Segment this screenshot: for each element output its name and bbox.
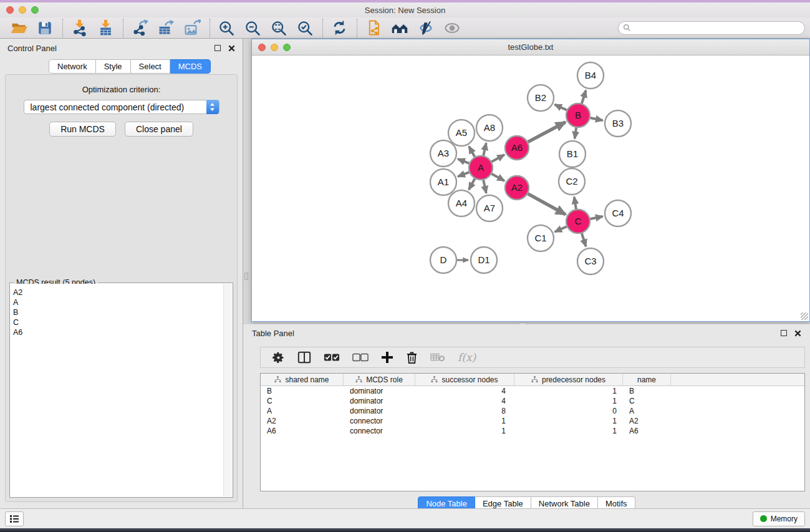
import-network-icon[interactable]: [69, 19, 89, 37]
criterion-select[interactable]: largest connected component (directed): [24, 100, 219, 114]
table-cell[interactable]: 4: [415, 397, 514, 405]
close-table-panel-icon[interactable]: [794, 330, 801, 337]
column-header-mcds-role[interactable]: MCDS role: [344, 374, 415, 385]
float-table-panel-icon[interactable]: [781, 330, 787, 336]
table-row[interactable]: Cdominator41C: [261, 396, 804, 406]
add-column-icon[interactable]: [381, 350, 393, 365]
table-cell[interactable]: B: [261, 387, 344, 395]
graph-node-C[interactable]: C: [566, 210, 590, 233]
graph-edge-A-A3[interactable]: [458, 159, 469, 163]
float-panel-icon[interactable]: [215, 45, 221, 51]
table-cell[interactable]: connector: [344, 427, 415, 435]
graph-edge-A6-B[interactable]: [528, 122, 566, 142]
zoom-fit-icon[interactable]: [269, 19, 289, 37]
table-cell[interactable]: A: [261, 407, 344, 415]
graph-edge-C-C3[interactable]: [582, 233, 586, 246]
run-mcds-button[interactable]: Run MCDS: [49, 122, 116, 137]
network-window-titlebar[interactable]: testGlobe.txt: [252, 39, 809, 56]
column-header-shared-name[interactable]: shared name: [261, 374, 344, 385]
graph-node-B[interactable]: B: [566, 104, 590, 127]
table-cell[interactable]: A6: [623, 427, 671, 435]
export-table-icon[interactable]: [156, 19, 176, 37]
open-session-icon[interactable]: [9, 19, 29, 37]
graph-node-A8[interactable]: A8: [476, 115, 503, 141]
table-cell[interactable]: 1: [514, 427, 623, 435]
tab-style[interactable]: Style: [96, 59, 131, 74]
table-row[interactable]: A6connector11A6: [261, 426, 804, 436]
column-header-predecessor-nodes[interactable]: predecessor nodes: [514, 374, 623, 385]
graph-edge-A-A8[interactable]: [483, 143, 486, 155]
memory-button[interactable]: Memory: [753, 511, 805, 526]
graph-node-D[interactable]: D: [430, 247, 456, 273]
hide-graphics-details-icon[interactable]: [416, 19, 436, 37]
table-cell[interactable]: C: [623, 397, 671, 405]
table-cell[interactable]: 8: [415, 407, 514, 415]
export-image-icon[interactable]: [182, 19, 202, 37]
graph-node-A1[interactable]: A1: [430, 169, 456, 195]
mcds-result-item[interactable]: A2: [11, 288, 223, 297]
import-table-icon[interactable]: [95, 19, 115, 37]
graph-edge-B-B4[interactable]: [582, 90, 586, 104]
graph-node-B4[interactable]: B4: [577, 62, 604, 89]
graph-node-B1[interactable]: B1: [559, 141, 586, 167]
table-cell[interactable]: A2: [261, 417, 344, 425]
graph-node-A7[interactable]: A7: [476, 195, 503, 221]
table-cell[interactable]: connector: [344, 417, 415, 425]
graph-node-A6[interactable]: A6: [505, 136, 529, 160]
table-cell[interactable]: 1: [415, 417, 514, 425]
graph-edge-C-C2[interactable]: [574, 197, 576, 210]
home-network-icon[interactable]: [390, 19, 410, 37]
graph-edge-B-B2[interactable]: [555, 105, 567, 110]
zoom-out-icon[interactable]: [243, 19, 263, 37]
table-cell[interactable]: 4: [415, 387, 514, 395]
table-cell[interactable]: dominator: [344, 407, 415, 415]
graph-edge-A-A6[interactable]: [492, 155, 504, 162]
graph-node-A4[interactable]: A4: [448, 190, 475, 216]
table-cell[interactable]: 0: [514, 407, 623, 415]
save-session-icon[interactable]: [35, 19, 55, 37]
export-network-icon[interactable]: [130, 19, 150, 37]
close-panel-button[interactable]: Close panel: [125, 122, 193, 137]
graph-edge-C-C1[interactable]: [555, 226, 567, 232]
table-cell[interactable]: 1: [415, 427, 514, 435]
graph-node-C3[interactable]: C3: [577, 248, 604, 274]
toggle-panes-icon[interactable]: [297, 350, 311, 365]
table-row[interactable]: Bdominator41B: [261, 386, 804, 396]
select-all-icon[interactable]: [324, 350, 340, 365]
mcds-result-item[interactable]: C: [11, 317, 223, 327]
graph-edge-A-A4[interactable]: [469, 179, 475, 190]
table-cell[interactable]: B: [623, 387, 671, 395]
mcds-result-item[interactable]: B: [11, 307, 223, 317]
graph-node-A3[interactable]: A3: [430, 140, 456, 167]
graph-edge-A2-C[interactable]: [528, 194, 566, 215]
graph-node-C1[interactable]: C1: [528, 225, 554, 251]
graph-node-A[interactable]: A: [469, 156, 493, 180]
table-row[interactable]: A2connector11A2: [261, 416, 804, 426]
graph-node-D1[interactable]: D1: [471, 247, 497, 273]
graph-edge-B-B1[interactable]: [575, 128, 577, 138]
graph-edge-A-A2[interactable]: [492, 174, 504, 181]
show-graphics-details-icon[interactable]: [442, 19, 462, 37]
tab-network[interactable]: Network: [49, 59, 96, 74]
graph-edge-B-B3[interactable]: [591, 118, 603, 120]
graph-node-A2[interactable]: A2: [505, 176, 529, 200]
graph-edge-A-A5[interactable]: [469, 147, 475, 157]
table-row[interactable]: Adominator80A: [261, 406, 804, 416]
delete-column-icon[interactable]: [406, 350, 418, 365]
network-canvas[interactable]: AA1A2A3A4A5A6A7A8BB1B2B3B4CC1C2C3C4DD1: [252, 56, 809, 321]
mcds-list-scrollbar[interactable]: [223, 284, 232, 496]
zoom-selected-icon[interactable]: [295, 19, 315, 37]
table-cell[interactable]: C: [261, 397, 344, 405]
tab-select[interactable]: Select: [131, 59, 170, 74]
table-cell[interactable]: 1: [514, 397, 623, 405]
graph-edge-A-A1[interactable]: [458, 172, 469, 177]
search-field[interactable]: [618, 21, 805, 35]
graph-node-C4[interactable]: C4: [605, 200, 631, 226]
column-header-name[interactable]: name: [623, 374, 671, 385]
table-cell[interactable]: 1: [514, 387, 623, 395]
table-cell[interactable]: 1: [514, 417, 623, 425]
table-cell[interactable]: A2: [623, 417, 671, 425]
open-session-file-icon[interactable]: [364, 19, 383, 37]
mcds-result-item[interactable]: A6: [11, 327, 223, 337]
table-settings-icon[interactable]: [272, 350, 285, 365]
